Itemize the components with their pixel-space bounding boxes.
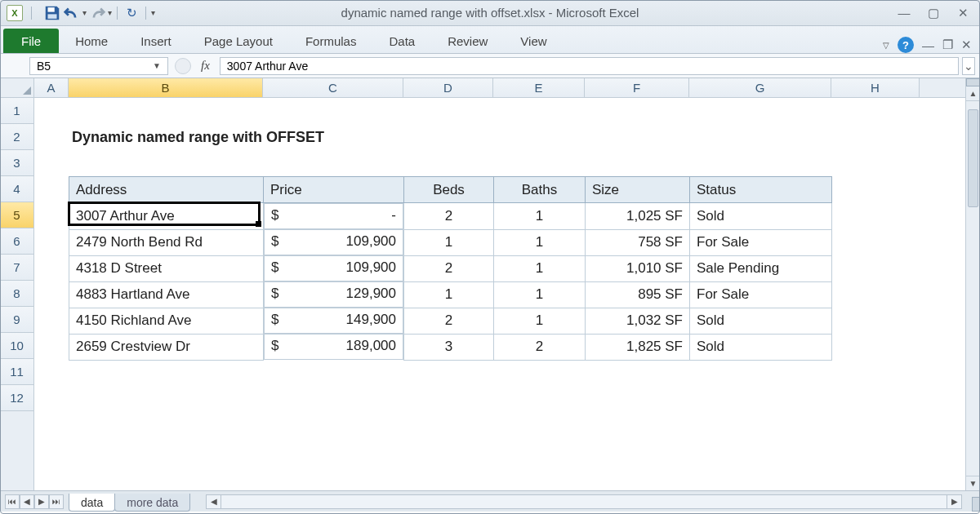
column-header-D[interactable]: D (403, 78, 493, 97)
row-header-6[interactable]: 6 (0, 228, 33, 255)
column-header-G[interactable]: G (689, 78, 831, 97)
row-header-11[interactable]: 11 (0, 359, 33, 385)
cell[interactable]: $- (264, 203, 403, 229)
tab-home[interactable]: Home (59, 29, 124, 53)
cell[interactable]: 3 (404, 334, 494, 360)
sheet-tab-active[interactable]: data (69, 494, 115, 512)
table-header-cell[interactable]: Status (690, 177, 832, 203)
row-header-2[interactable]: 2 (0, 124, 33, 150)
cell[interactable]: 758 SF (586, 229, 690, 255)
window-maximize-button[interactable]: ▢ (924, 6, 942, 20)
cell[interactable]: 1 (494, 203, 586, 230)
row-header-5[interactable]: 5 (0, 202, 33, 228)
table-header-cell[interactable]: Price (264, 177, 404, 203)
redo-button[interactable] (88, 5, 106, 21)
cell[interactable]: 4883 Hartland Ave (69, 281, 264, 308)
cell[interactable]: Sale Pending (690, 255, 832, 281)
row-header-8[interactable]: 8 (0, 281, 33, 307)
cell[interactable]: 1 (404, 229, 494, 255)
name-box[interactable]: B5 ▼ (29, 57, 168, 75)
formula-bar-handle[interactable] (175, 58, 191, 74)
sheet-nav-prev[interactable]: ◀ (20, 494, 34, 509)
insert-function-button[interactable]: fx (201, 59, 210, 73)
cell[interactable]: 1 (494, 308, 586, 334)
qat-customize-dropdown[interactable]: ▾ (151, 8, 155, 17)
vertical-scrollbar[interactable]: ▲ ▼ (965, 78, 980, 490)
cell[interactable]: 895 SF (586, 281, 690, 308)
cell[interactable]: 2 (494, 334, 586, 360)
file-tab[interactable]: File (3, 29, 59, 53)
ribbon-minimize-toggle[interactable]: ▽ (883, 41, 889, 50)
cell[interactable]: 1,032 SF (586, 308, 690, 334)
cell[interactable]: 4150 Richland Ave (69, 308, 264, 334)
cell[interactable]: $149,900 (264, 308, 403, 334)
cell[interactable]: Sold (690, 203, 832, 230)
row-header-3[interactable]: 3 (0, 150, 33, 176)
tab-review[interactable]: Review (431, 29, 504, 53)
table-header-cell[interactable]: Beds (404, 177, 494, 203)
vertical-scroll-thumb[interactable] (968, 109, 978, 207)
workbook-close-button[interactable]: ✕ (961, 38, 972, 52)
cell[interactable]: 2 (404, 255, 494, 281)
cell[interactable]: 1,010 SF (586, 255, 690, 281)
cell[interactable]: 1 (494, 255, 586, 281)
formula-input[interactable]: 3007 Arthur Ave (220, 57, 959, 75)
row-header-12[interactable]: 12 (0, 385, 33, 411)
help-button[interactable]: ? (898, 37, 914, 53)
table-header-cell[interactable]: Baths (494, 177, 586, 203)
scroll-right-button[interactable]: ▶ (947, 495, 961, 508)
column-header-E[interactable]: E (493, 78, 585, 97)
refresh-button[interactable]: ↻ (122, 5, 140, 21)
column-header-C[interactable]: C (263, 78, 403, 97)
row-header-9[interactable]: 9 (0, 307, 33, 333)
window-minimize-button[interactable]: — (895, 6, 913, 20)
vertical-split-handle[interactable] (966, 78, 980, 86)
sheet-nav-first[interactable]: ⏮ (5, 494, 20, 509)
column-header-H[interactable]: H (831, 78, 920, 97)
window-close-button[interactable]: ✕ (954, 6, 972, 20)
cell[interactable]: 3007 Arthur Ave (69, 203, 264, 230)
vertical-scroll-track[interactable] (966, 101, 980, 476)
table-header-cell[interactable]: Size (586, 177, 690, 203)
scroll-down-button[interactable]: ▼ (966, 476, 980, 490)
cell[interactable]: Sold (690, 308, 832, 334)
cell[interactable]: For Sale (690, 229, 832, 255)
cell[interactable]: 1,025 SF (586, 203, 690, 230)
horizontal-split-handle[interactable] (972, 497, 980, 512)
horizontal-scroll-track[interactable] (221, 495, 947, 508)
sheet-nav-last[interactable]: ⏭ (49, 494, 64, 509)
workbook-minimize-button[interactable]: — (922, 38, 934, 52)
cell[interactable]: 2479 North Bend Rd (69, 229, 264, 255)
table-header-cell[interactable]: Address (69, 177, 264, 203)
tab-insert[interactable]: Insert (124, 29, 188, 53)
row-header-7[interactable]: 7 (0, 255, 33, 281)
save-button[interactable] (43, 5, 61, 21)
undo-dropdown[interactable]: ▾ (82, 8, 87, 17)
formula-bar-expand-button[interactable]: ⌄ (962, 57, 975, 75)
column-header-B[interactable]: B (69, 78, 263, 97)
cell[interactable]: 1 (404, 281, 494, 308)
cell[interactable]: 1,825 SF (586, 334, 690, 360)
cell[interactable]: $109,900 (264, 255, 403, 281)
tab-view[interactable]: View (504, 29, 563, 53)
cell[interactable]: 4318 D Street (69, 255, 264, 281)
cell[interactable]: Sold (690, 334, 832, 360)
select-all-corner[interactable] (0, 78, 33, 98)
cell[interactable]: $129,900 (264, 281, 403, 308)
horizontal-scrollbar[interactable]: ◀ ▶ (206, 494, 962, 509)
scroll-left-button[interactable]: ◀ (207, 495, 221, 508)
sheet-nav-next[interactable]: ▶ (34, 494, 49, 509)
workbook-restore-button[interactable]: ❐ (942, 38, 953, 52)
cell[interactable]: $189,000 (264, 334, 403, 360)
cell[interactable]: 2659 Crestview Dr (69, 334, 264, 360)
cell[interactable]: 2 (404, 308, 494, 334)
sheet-tab[interactable]: more data (114, 494, 190, 512)
cell[interactable]: 2 (404, 203, 494, 230)
undo-button[interactable] (63, 5, 81, 21)
tab-formulas[interactable]: Formulas (289, 29, 373, 53)
cell[interactable]: 1 (494, 281, 586, 308)
row-header-10[interactable]: 10 (0, 333, 33, 359)
excel-app-icon[interactable]: X (7, 5, 23, 21)
tab-page-layout[interactable]: Page Layout (188, 29, 289, 53)
cell[interactable]: $109,900 (264, 229, 403, 255)
